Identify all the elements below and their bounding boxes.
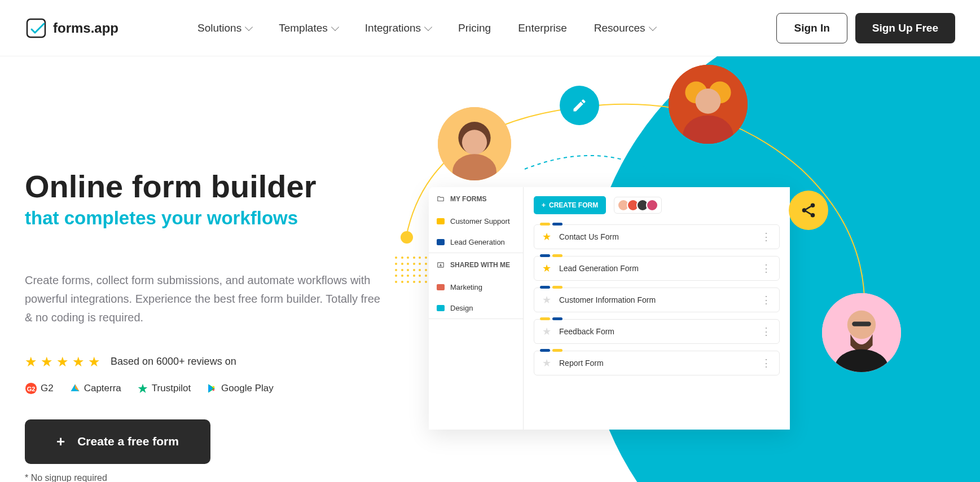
- rating-text: Based on 6000+ reviews on: [111, 356, 236, 368]
- signin-button[interactable]: Sign In: [776, 13, 847, 43]
- svg-point-1: [811, 204, 815, 208]
- star-icon[interactable]: ★: [542, 231, 551, 243]
- svg-point-20: [440, 264, 441, 265]
- avatar-1: [438, 107, 511, 180]
- nav-solutions[interactable]: Solutions: [197, 22, 252, 34]
- star-icon: ★: [56, 354, 69, 370]
- folder-icon: [437, 305, 445, 311]
- folder-icon: [437, 218, 445, 224]
- star-icon: ★: [88, 354, 100, 370]
- hero-title: Online form builder: [25, 169, 386, 204]
- create-form-cta[interactable]: + Create a free form: [25, 419, 210, 464]
- more-menu-icon[interactable]: ⋮: [761, 262, 771, 275]
- logo[interactable]: forms.app: [25, 17, 118, 39]
- star-icon[interactable]: ★: [542, 325, 551, 338]
- logo-text: forms.app: [53, 20, 118, 36]
- more-menu-icon[interactable]: ⋮: [761, 231, 771, 243]
- hero-subtitle: that completes your workflows: [25, 207, 386, 229]
- form-row[interactable]: ★Contact Us Form⋮: [534, 224, 780, 249]
- platform-google-play[interactable]: Google Play: [206, 383, 274, 394]
- form-row[interactable]: ★Customer Information Form⋮: [534, 288, 780, 312]
- form-name: Feedback Form: [559, 327, 614, 336]
- nav-resources[interactable]: Resources: [594, 22, 656, 34]
- nav-enterprise[interactable]: Enterprise: [518, 22, 567, 34]
- folder-item[interactable]: Design: [429, 298, 523, 319]
- chevron-down-icon: [424, 23, 432, 31]
- header-actions: Sign In Sign Up Free: [776, 13, 955, 43]
- mockup-main: + CREATE FORM ★Contact Us Form⋮★Lead Gen…: [524, 187, 790, 430]
- plus-icon: +: [56, 433, 65, 450]
- chevron-down-icon: [331, 23, 339, 31]
- svg-point-3: [811, 213, 815, 218]
- star-icon[interactable]: ★: [542, 294, 551, 306]
- collaborator-avatar: [646, 199, 658, 211]
- star-icon: ★: [41, 354, 53, 370]
- svg-rect-15: [852, 321, 871, 326]
- form-name: Report Form: [559, 359, 604, 368]
- platform-capterra[interactable]: Capterra: [69, 383, 121, 394]
- svg-point-6: [462, 130, 487, 154]
- svg-point-2: [802, 208, 807, 213]
- more-menu-icon[interactable]: ⋮: [761, 357, 771, 369]
- logo-icon: [25, 17, 47, 39]
- avatar-3: [822, 293, 901, 372]
- rating-row: ★ ★ ★ ★ ★ Based on 6000+ reviews on: [25, 354, 386, 370]
- platforms-row: G2G2CapterraTrustpilotGoogle Play: [25, 382, 386, 395]
- plus-icon: +: [542, 201, 546, 209]
- avatar-2: [669, 65, 748, 144]
- form-name: Lead Generation Form: [559, 264, 639, 273]
- platform-g2[interactable]: G2G2: [25, 382, 54, 395]
- folder-item[interactable]: Customer Support: [429, 211, 523, 232]
- chevron-down-icon: [245, 23, 253, 31]
- mockup-sidebar: MY FORMS Customer SupportLead Generation…: [429, 187, 524, 430]
- chevron-down-icon: [649, 23, 657, 31]
- folder-icon: [437, 284, 445, 290]
- cta-label: Create a free form: [77, 435, 179, 448]
- star-icon[interactable]: ★: [542, 357, 551, 369]
- main-nav: SolutionsTemplatesIntegrationsPricingEnt…: [197, 22, 656, 34]
- mockup-toolbar: + CREATE FORM: [534, 196, 780, 214]
- my-forms-label: MY FORMS: [450, 195, 486, 203]
- my-forms-header: MY FORMS: [429, 187, 523, 211]
- svg-text:G2: G2: [27, 385, 36, 392]
- folder-outline-icon: [437, 195, 445, 203]
- app-mockup: MY FORMS Customer SupportLead Generation…: [429, 187, 790, 430]
- edit-icon: [560, 86, 599, 125]
- more-menu-icon[interactable]: ⋮: [761, 294, 771, 306]
- orbit-dot: [401, 231, 413, 244]
- signup-note: * No signup required: [25, 473, 386, 482]
- folder-item[interactable]: Lead Generation: [429, 232, 523, 253]
- star-icon: ★: [72, 354, 85, 370]
- svg-rect-0: [27, 19, 45, 37]
- main-header: forms.app SolutionsTemplatesIntegrations…: [0, 0, 980, 56]
- hero-description: Create forms, collect form submissions, …: [25, 271, 386, 327]
- form-row[interactable]: ★Report Form⋮: [534, 351, 780, 375]
- nav-integrations[interactable]: Integrations: [365, 22, 431, 34]
- signup-button[interactable]: Sign Up Free: [855, 13, 955, 43]
- folder-item[interactable]: Marketing: [429, 277, 523, 298]
- hero-content: Online form builder that completes your …: [25, 169, 386, 482]
- form-name: Customer Information Form: [559, 295, 656, 304]
- form-row[interactable]: ★Lead Generation Form⋮: [534, 256, 780, 281]
- nav-pricing[interactable]: Pricing: [458, 22, 491, 34]
- collaborators[interactable]: [614, 197, 662, 214]
- hero-section: Online form builder that completes your …: [0, 56, 980, 482]
- more-menu-icon[interactable]: ⋮: [761, 325, 771, 338]
- share-icon: [789, 191, 828, 230]
- star-icon[interactable]: ★: [542, 262, 551, 275]
- form-row[interactable]: ★Feedback Form⋮: [534, 319, 780, 344]
- create-form-button[interactable]: + CREATE FORM: [534, 196, 606, 214]
- svg-point-11: [696, 89, 721, 114]
- shared-header: SHARED WITH ME: [429, 253, 523, 277]
- form-name: Contact Us Form: [559, 232, 619, 241]
- create-form-label: CREATE FORM: [549, 201, 598, 209]
- shared-label: SHARED WITH ME: [450, 261, 510, 269]
- folder-icon: [437, 239, 445, 245]
- star-icon: ★: [25, 354, 37, 370]
- platform-trustpilot[interactable]: Trustpilot: [137, 383, 191, 394]
- shared-outline-icon: [437, 261, 445, 269]
- stars: ★ ★ ★ ★ ★: [25, 354, 100, 370]
- nav-templates[interactable]: Templates: [279, 22, 338, 34]
